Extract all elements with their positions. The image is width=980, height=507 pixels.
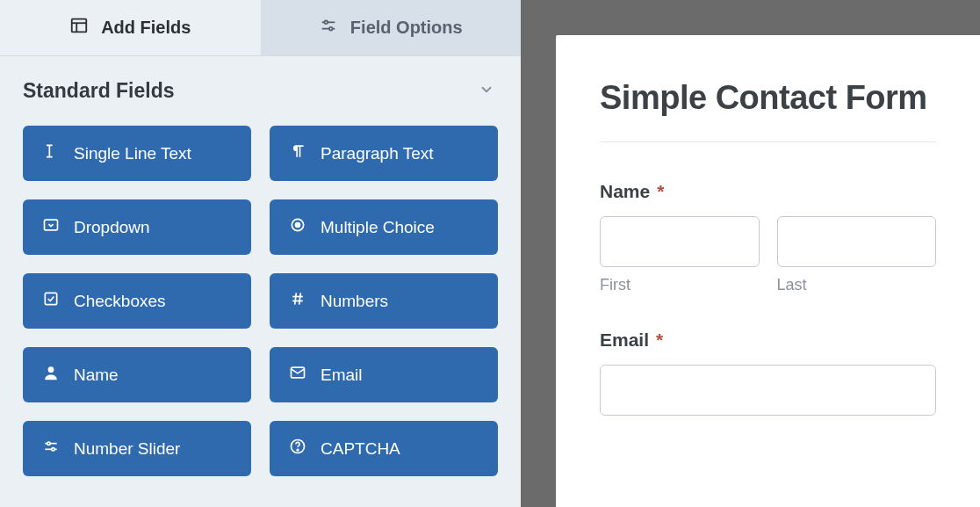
- form-field-name[interactable]: Name * First Last: [600, 181, 936, 294]
- field-label: Checkboxes: [74, 292, 166, 311]
- sidebar: Add Fields Field Options Standard Fields…: [0, 0, 521, 507]
- field-label: Name: [74, 366, 119, 385]
- form-panel: Simple Contact Form Name * First Last Em…: [556, 35, 980, 507]
- question-circle-icon: [289, 438, 306, 460]
- svg-line-13: [295, 293, 297, 304]
- svg-rect-0: [72, 19, 87, 33]
- svg-point-6: [329, 27, 333, 31]
- svg-rect-10: [45, 293, 56, 304]
- svg-point-18: [47, 442, 50, 445]
- svg-rect-7: [45, 220, 58, 230]
- sliders-icon: [42, 438, 60, 460]
- first-name-sublabel: First: [600, 276, 760, 294]
- field-checkboxes[interactable]: Checkboxes: [23, 273, 251, 329]
- tabs: Add Fields Field Options: [0, 0, 521, 56]
- field-label: Multiple Choice: [321, 218, 435, 237]
- tab-label: Add Fields: [101, 18, 191, 38]
- tab-label: Field Options: [350, 18, 463, 38]
- field-dropdown[interactable]: Dropdown: [23, 199, 251, 255]
- field-email[interactable]: Email: [270, 347, 498, 402]
- field-single-line-text[interactable]: Single Line Text: [23, 126, 251, 181]
- label-text: Name: [600, 181, 650, 202]
- field-label-name: Name *: [600, 181, 936, 202]
- field-label: Email: [321, 366, 363, 385]
- last-name-input[interactable]: [777, 216, 937, 267]
- label-text: Email: [600, 330, 649, 351]
- last-name-sublabel: Last: [777, 276, 937, 294]
- field-label: Dropdown: [74, 218, 150, 237]
- sliders-icon: [319, 16, 338, 40]
- form-field-email[interactable]: Email *: [600, 330, 936, 416]
- form-canvas: Simple Contact Form Name * First Last Em…: [521, 0, 980, 507]
- field-label: Single Line Text: [74, 144, 191, 163]
- tab-add-fields[interactable]: Add Fields: [0, 0, 261, 55]
- form-icon: [69, 16, 89, 40]
- required-mark: *: [656, 330, 663, 351]
- field-paragraph-text[interactable]: Paragraph Text: [270, 126, 498, 181]
- section-title: Standard Fields: [23, 79, 175, 103]
- required-mark: *: [657, 181, 664, 202]
- svg-point-9: [296, 223, 300, 228]
- paragraph-icon: [289, 142, 306, 164]
- envelope-icon: [289, 364, 306, 386]
- email-input[interactable]: [600, 365, 936, 416]
- field-multiple-choice[interactable]: Multiple Choice: [270, 199, 498, 255]
- svg-point-15: [48, 366, 54, 373]
- field-captcha[interactable]: CAPTCHA: [270, 421, 498, 476]
- field-number-slider[interactable]: Number Slider: [23, 421, 251, 476]
- field-label: Numbers: [321, 292, 388, 311]
- user-icon: [42, 364, 60, 386]
- svg-point-20: [52, 448, 54, 451]
- field-name[interactable]: Name: [23, 347, 251, 402]
- svg-point-4: [324, 21, 328, 25]
- tab-field-options[interactable]: Field Options: [261, 0, 522, 55]
- field-label: Paragraph Text: [321, 144, 434, 163]
- field-numbers[interactable]: Numbers: [270, 273, 498, 329]
- field-label-email: Email *: [600, 330, 936, 351]
- text-cursor-icon: [42, 142, 60, 164]
- dropdown-icon: [42, 216, 60, 238]
- svg-point-22: [297, 449, 299, 451]
- field-label: CAPTCHA: [321, 439, 400, 459]
- hash-icon: [289, 290, 306, 312]
- field-grid: Single Line Text Paragraph Text Dropdown…: [0, 110, 521, 499]
- form-title: Simple Contact Form: [600, 79, 936, 142]
- section-header-standard-fields[interactable]: Standard Fields: [0, 56, 521, 110]
- svg-line-14: [299, 293, 301, 304]
- chevron-down-icon: [479, 82, 494, 101]
- radio-icon: [289, 216, 306, 238]
- first-name-input[interactable]: [600, 216, 760, 267]
- field-label: Number Slider: [74, 439, 180, 459]
- checkbox-icon: [42, 290, 60, 312]
